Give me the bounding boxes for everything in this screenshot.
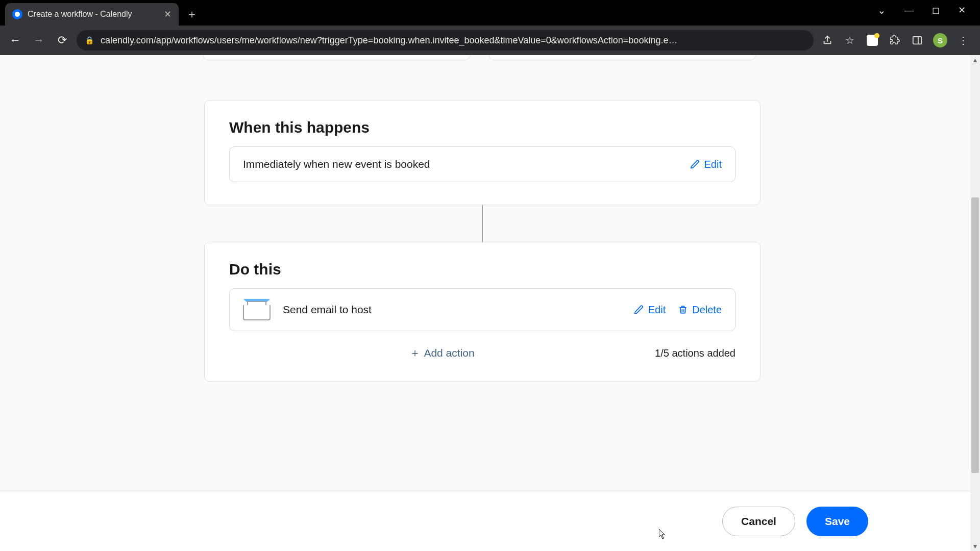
forward-button: → [30, 31, 48, 49]
cancel-button[interactable]: Cancel [722, 507, 795, 536]
new-tab-button[interactable]: ＋ [183, 5, 201, 23]
scrollbar-thumb[interactable] [971, 197, 979, 473]
footer-bar: Cancel Save [0, 491, 970, 551]
back-button[interactable]: ← [6, 31, 24, 49]
tab-search-icon[interactable]: ⌄ [877, 4, 886, 16]
trash-icon [678, 305, 688, 315]
action-row: Send email to host Edit Delete [229, 288, 736, 331]
actions-card: Do this Send email to host Edit Dele [204, 242, 761, 382]
browser-tab-active[interactable]: Create a workflow - Calendly ✕ [5, 3, 179, 26]
delete-action-label: Delete [692, 304, 722, 316]
page-scroll-area: When this happens Immediately when new e… [0, 55, 980, 551]
tab-title: Create a workflow - Calendly [28, 10, 159, 19]
plus-icon: ＋ [409, 346, 421, 359]
edit-trigger-button[interactable]: Edit [690, 159, 722, 170]
edit-trigger-label: Edit [704, 159, 722, 170]
window-controls: ⌄ ― ◻ ✕ [877, 0, 980, 20]
scroll-up-arrow-icon[interactable]: ▲ [970, 55, 980, 65]
share-icon[interactable] [821, 34, 834, 47]
envelope-icon [243, 299, 271, 320]
close-tab-icon[interactable]: ✕ [164, 9, 172, 20]
lock-icon: 🔒 [85, 36, 94, 45]
trigger-card: When this happens Immediately when new e… [204, 100, 761, 205]
delete-action-button[interactable]: Delete [678, 304, 722, 316]
pencil-icon [634, 305, 644, 315]
extension-badge-icon[interactable] [866, 34, 879, 47]
actions-count: 1/5 actions added [655, 347, 736, 359]
minimize-icon[interactable]: ― [904, 5, 914, 16]
edit-action-label: Edit [648, 304, 666, 316]
svg-rect-0 [913, 37, 922, 44]
browser-tabstrip: Create a workflow - Calendly ✕ ＋ ⌄ ― ◻ ✕ [0, 0, 980, 26]
vertical-scrollbar[interactable]: ▲ ▼ [970, 55, 980, 551]
action-label: Send email to host [283, 304, 622, 316]
trigger-description: Immediately when new event is booked [243, 158, 681, 170]
url-text: calendly.com/app/workflows/users/me/work… [101, 35, 805, 46]
cropped-previous-cards [0, 55, 980, 65]
scrollbar-track[interactable] [971, 65, 979, 541]
save-button[interactable]: Save [806, 507, 868, 536]
close-window-icon[interactable]: ✕ [958, 5, 966, 16]
address-bar[interactable]: 🔒 calendly.com/app/workflows/users/me/wo… [77, 30, 814, 51]
kebab-menu-icon[interactable]: ⋮ [957, 34, 970, 47]
connector-line [482, 205, 483, 242]
app-viewport: When this happens Immediately when new e… [0, 55, 980, 551]
scroll-down-arrow-icon[interactable]: ▼ [970, 541, 980, 551]
trigger-row: Immediately when new event is booked Edi… [229, 146, 736, 182]
sidepanel-icon[interactable] [911, 34, 924, 47]
profile-avatar[interactable]: S [933, 33, 947, 47]
calendly-favicon [12, 9, 22, 19]
maximize-icon[interactable]: ◻ [932, 5, 940, 16]
add-action-label: Add action [424, 347, 474, 359]
browser-toolbar: ← → ⟳ 🔒 calendly.com/app/workflows/users… [0, 26, 980, 55]
extensions-icon[interactable] [888, 34, 901, 47]
add-action-button[interactable]: ＋Add action [229, 345, 655, 361]
reload-button[interactable]: ⟳ [53, 31, 71, 49]
actions-heading: Do this [205, 242, 760, 288]
trigger-heading: When this happens [205, 101, 760, 146]
bookmark-star-icon[interactable]: ☆ [843, 34, 856, 47]
pencil-icon [690, 159, 700, 169]
edit-action-button[interactable]: Edit [634, 304, 666, 316]
